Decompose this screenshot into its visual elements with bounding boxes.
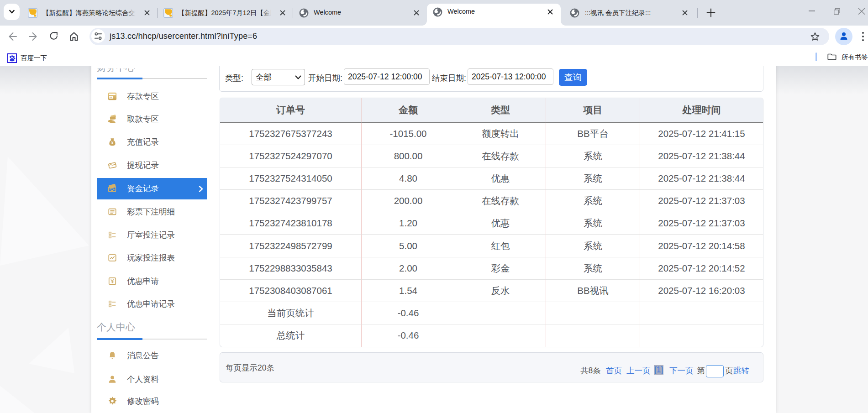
svg-text:¥: ¥ <box>111 141 114 145</box>
